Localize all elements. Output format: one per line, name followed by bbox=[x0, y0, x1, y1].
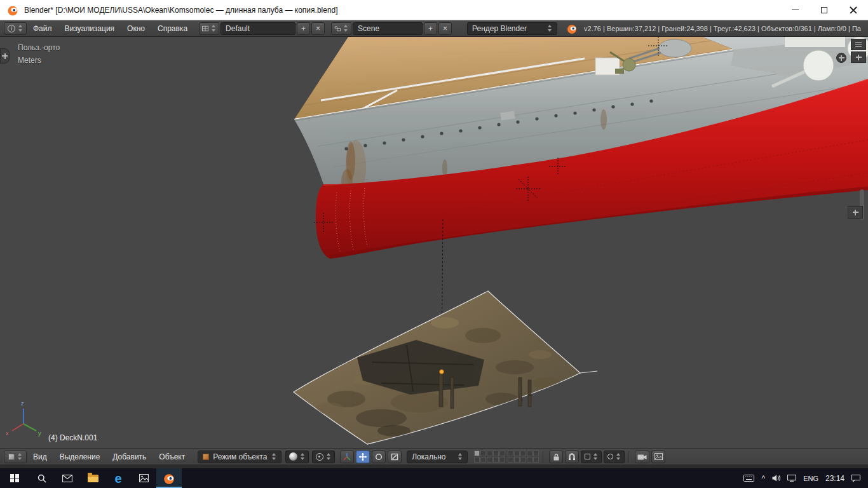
screen-layout-delete-button[interactable]: × bbox=[311, 22, 325, 35]
screen-layout-name-field[interactable]: Default bbox=[220, 22, 295, 35]
snap-increment-icon bbox=[585, 454, 590, 459]
viewport-3d[interactable]: z y x Польз.-орто Meters (4) DeckN.001 bbox=[0, 37, 868, 448]
chevron-updown-icon bbox=[548, 25, 552, 32]
deck-piece-selected[interactable] bbox=[294, 291, 597, 444]
screen-layout-add-button[interactable]: + bbox=[297, 22, 310, 35]
collapsed-properties-tab[interactable] bbox=[851, 39, 866, 50]
system-tray: ^ ENG 23:14 bbox=[743, 474, 868, 483]
blender-window: Blender* [D:\МОИ МОДЕЛИ\USSA\Okean\Komso… bbox=[0, 0, 868, 488]
translate-icon bbox=[359, 453, 367, 461]
layers-widget[interactable] bbox=[474, 451, 539, 463]
manipulator-axes-icon bbox=[342, 452, 351, 461]
menu-window[interactable]: Окно bbox=[121, 20, 151, 37]
touch-keyboard-icon[interactable] bbox=[743, 475, 754, 482]
image-icon bbox=[654, 453, 663, 460]
edge-browser-icon: e bbox=[114, 472, 121, 485]
chevron-updown-icon bbox=[458, 453, 463, 460]
clock[interactable]: 23:14 bbox=[825, 474, 844, 483]
mini-axis-gizmo: z y x bbox=[6, 400, 41, 437]
properties-open-button[interactable] bbox=[836, 53, 846, 63]
snap-element-dropdown[interactable] bbox=[581, 451, 602, 463]
render-engine-dropdown[interactable]: Рендер Blender bbox=[467, 22, 557, 35]
object-mode-icon bbox=[203, 454, 209, 460]
windows-taskbar: e ^ bbox=[0, 468, 868, 488]
network-icon[interactable] bbox=[787, 475, 796, 482]
active-object-label: (4) DeckN.001 bbox=[48, 433, 97, 442]
snap-toggle-button[interactable] bbox=[565, 451, 579, 463]
menu-select[interactable]: Выделение bbox=[53, 449, 107, 465]
menu-add[interactable]: Добавить bbox=[106, 449, 153, 465]
search-icon bbox=[37, 474, 46, 483]
layer-group-2[interactable] bbox=[508, 451, 539, 463]
menu-object[interactable]: Объект bbox=[153, 449, 191, 465]
close-button[interactable] bbox=[839, 0, 868, 20]
taskbar-browser-button[interactable]: e bbox=[105, 468, 131, 488]
info-editor-icon: i bbox=[8, 25, 15, 32]
snap-target-dropdown[interactable] bbox=[604, 451, 625, 463]
lock-icon bbox=[553, 453, 560, 461]
manipulator-toggle-button[interactable] bbox=[340, 451, 354, 463]
scene-name-field[interactable]: Scene bbox=[353, 22, 423, 35]
mode-dropdown[interactable]: Режим объекта bbox=[198, 451, 281, 463]
properties-list-icon bbox=[855, 42, 862, 47]
editor-type-button-info[interactable]: i bbox=[4, 22, 27, 35]
opengl-render-still-button[interactable] bbox=[635, 451, 649, 463]
rotate-icon bbox=[375, 453, 383, 461]
translate-manipulator-button[interactable] bbox=[356, 451, 370, 463]
mail-icon bbox=[62, 475, 72, 482]
plus-icon bbox=[853, 210, 858, 215]
editor-type-button-3dview[interactable] bbox=[4, 451, 27, 463]
chevron-updown-icon bbox=[18, 25, 23, 32]
taskbar-mail-button[interactable] bbox=[55, 468, 80, 488]
taskbar-blender-button[interactable] bbox=[156, 468, 182, 488]
minimize-button[interactable] bbox=[780, 0, 810, 20]
magnet-icon bbox=[568, 453, 576, 461]
axis-x-label: x bbox=[6, 430, 9, 437]
start-button[interactable] bbox=[0, 468, 29, 488]
scene-render: z y x bbox=[0, 37, 868, 448]
scene-browse-button[interactable] bbox=[331, 22, 351, 35]
shading-dropdown[interactable] bbox=[285, 451, 309, 463]
layer-group-1[interactable] bbox=[474, 451, 505, 463]
screen-layout-browse-button[interactable] bbox=[199, 22, 219, 35]
window-titlebar: Blender* [D:\МОИ МОДЕЛИ\USSA\Okean\Komso… bbox=[0, 0, 868, 20]
menu-file[interactable]: Файл bbox=[27, 20, 58, 37]
windows-logo-icon bbox=[10, 474, 19, 483]
view3d-editor-icon bbox=[8, 454, 15, 460]
tray-expand-chevron[interactable]: ^ bbox=[761, 474, 765, 483]
pivot-dropdown[interactable] bbox=[312, 451, 335, 463]
axis-y-label: y bbox=[38, 430, 41, 437]
npanel-open-tab[interactable] bbox=[848, 206, 863, 219]
folder-icon bbox=[88, 475, 98, 482]
menu-render[interactable]: Визуализация bbox=[58, 20, 121, 37]
maximize-button[interactable] bbox=[810, 0, 839, 20]
taskbar-photos-button[interactable] bbox=[131, 468, 156, 488]
close-x-icon: × bbox=[316, 24, 320, 33]
taskbar-explorer-button[interactable] bbox=[80, 468, 105, 488]
action-center-icon[interactable] bbox=[851, 475, 860, 482]
view-mode-label: Польз.-орто bbox=[18, 43, 60, 52]
taskbar-search-button[interactable] bbox=[29, 468, 55, 488]
plus-icon: + bbox=[428, 24, 433, 33]
volume-icon[interactable] bbox=[772, 475, 780, 482]
scene-delete-button[interactable]: × bbox=[438, 22, 452, 35]
layer-cell[interactable] bbox=[474, 451, 480, 456]
screen-layout-icon bbox=[202, 25, 208, 32]
menu-help[interactable]: Справка bbox=[151, 20, 194, 37]
transform-orientation-dropdown[interactable]: Локально bbox=[407, 451, 468, 463]
rotate-manipulator-button[interactable] bbox=[372, 451, 386, 463]
photos-icon bbox=[139, 474, 149, 482]
collapsed-header-tab[interactable] bbox=[851, 51, 866, 63]
object-origin-dot bbox=[440, 370, 444, 374]
toolshelf-open-tab[interactable] bbox=[0, 48, 10, 64]
language-indicator[interactable]: ENG bbox=[803, 475, 818, 482]
menu-view[interactable]: Вид bbox=[27, 449, 53, 465]
scene-add-button[interactable]: + bbox=[424, 22, 437, 35]
scale-manipulator-button[interactable] bbox=[388, 451, 402, 463]
separator bbox=[628, 451, 629, 463]
minimize-icon bbox=[792, 10, 799, 10]
scene-icon bbox=[334, 25, 341, 32]
opengl-render-anim-button[interactable] bbox=[651, 451, 665, 463]
gun-turret-gray bbox=[658, 39, 691, 57]
lock-to-scene-button[interactable] bbox=[549, 451, 563, 463]
